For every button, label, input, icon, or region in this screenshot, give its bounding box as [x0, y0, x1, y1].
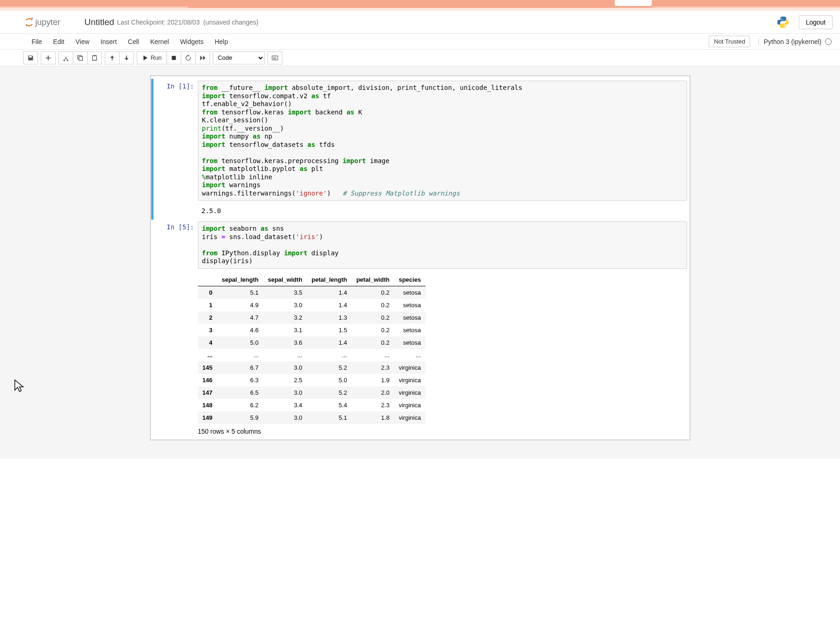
dataframe-table: sepal_lengthsepal_widthpetal_lengthpetal… — [198, 273, 426, 424]
not-trusted-button[interactable]: Not Trusted — [709, 36, 750, 47]
column-header: petal_width — [352, 273, 395, 286]
command-palette-button[interactable] — [267, 51, 282, 64]
menu-help[interactable]: Help — [209, 34, 234, 50]
column-header: sepal_width — [263, 273, 307, 286]
interrupt-button[interactable] — [166, 51, 181, 64]
svg-point-4 — [781, 17, 782, 18]
table-row: 34.63.11.50.2setosa — [198, 324, 426, 336]
svg-point-2 — [26, 25, 27, 26]
stream-output: 2.5.0 — [198, 204, 687, 218]
table-row: 1476.53.05.22.0virginica — [198, 386, 426, 399]
header: jupyter Untitled Last Checkpoint: 2021/0… — [0, 11, 840, 34]
column-header: sepal_length — [217, 273, 263, 286]
notebook-title[interactable]: Untitled — [84, 17, 114, 27]
svg-rect-15 — [273, 58, 276, 58]
copy-button[interactable] — [73, 51, 88, 64]
table-row: 24.73.21.30.2setosa — [198, 311, 426, 324]
move-up-button[interactable] — [105, 51, 120, 64]
svg-text:jupyter: jupyter — [35, 18, 60, 27]
move-down-button[interactable] — [119, 51, 134, 64]
menu-edit[interactable]: Edit — [48, 34, 70, 50]
svg-rect-9 — [94, 55, 95, 56]
menu-widgets[interactable]: Widgets — [174, 34, 209, 50]
svg-rect-7 — [79, 57, 83, 60]
paste-button[interactable] — [87, 51, 102, 64]
svg-rect-12 — [273, 57, 274, 57]
code-cell[interactable]: In [5]: import seaborn as sns iris = sns… — [153, 220, 687, 271]
toolbar: Run Code — [0, 50, 840, 66]
notebook: In [1]: from __future__ import absolute_… — [150, 76, 690, 440]
notebook-container: In [1]: from __future__ import absolute_… — [0, 66, 840, 459]
logout-button[interactable]: Logout — [799, 15, 833, 29]
menubar: FileEditViewInsertCellKernelWidgetsHelp … — [0, 34, 840, 50]
svg-rect-11 — [272, 56, 278, 60]
input-prompt: In [1]: — [153, 81, 198, 201]
menu-view[interactable]: View — [70, 34, 95, 50]
cell-type-select[interactable]: Code — [213, 51, 265, 64]
svg-rect-13 — [274, 57, 275, 57]
column-header — [198, 273, 217, 286]
kernel-name[interactable]: Python 3 (ipykernel) — [758, 38, 821, 45]
svg-rect-10 — [172, 56, 176, 60]
menu-file[interactable]: File — [26, 34, 48, 50]
column-header: species — [394, 273, 426, 286]
code-cell[interactable]: In [1]: from __future__ import absolute_… — [151, 79, 687, 202]
dataframe-caption: 150 rows × 5 columns — [198, 424, 687, 435]
table-row: .................. — [198, 349, 426, 361]
output-cell: sepal_lengthsepal_widthpetal_lengthpetal… — [153, 271, 687, 437]
output-prompt — [153, 204, 198, 218]
run-button[interactable]: Run — [137, 51, 167, 64]
python-icon — [776, 16, 789, 29]
output-prompt — [153, 272, 198, 435]
checkpoint-text: Last Checkpoint: 2021/08/03 (unsaved cha… — [117, 19, 258, 26]
save-button[interactable] — [23, 51, 38, 64]
top-banner — [0, 0, 840, 8]
table-row: 05.13.51.40.2setosa — [198, 286, 426, 299]
input-prompt: In [5]: — [153, 221, 198, 269]
svg-point-1 — [32, 17, 33, 19]
code-input[interactable]: from __future__ import absolute_import, … — [198, 81, 687, 201]
restart-button[interactable] — [181, 51, 196, 64]
table-row: 45.03.61.40.2setosa — [198, 336, 426, 349]
table-row: 1466.32.55.01.9virginica — [198, 374, 426, 386]
menu-kernel[interactable]: Kernel — [145, 34, 174, 50]
cut-button[interactable] — [58, 51, 73, 64]
table-row: 1486.23.45.42.3virginica — [198, 399, 426, 411]
table-row: 1495.93.05.11.8virginica — [198, 411, 426, 424]
add-cell-button[interactable] — [41, 51, 56, 64]
svg-rect-14 — [275, 57, 276, 57]
kernel-indicator-icon — [825, 38, 832, 45]
code-input[interactable]: import seaborn as sns iris = sns.load_da… — [198, 221, 687, 269]
column-header: petal_length — [307, 273, 352, 286]
table-row: 1456.73.05.22.3virginica — [198, 361, 426, 374]
jupyter-logo[interactable]: jupyter — [25, 16, 76, 29]
menu-insert[interactable]: Insert — [95, 34, 122, 50]
output-cell: 2.5.0 — [151, 202, 687, 220]
table-row: 14.93.01.40.2setosa — [198, 299, 426, 311]
menu-cell[interactable]: Cell — [122, 34, 145, 50]
restart-run-all-button[interactable] — [195, 51, 210, 64]
svg-point-5 — [784, 26, 785, 27]
